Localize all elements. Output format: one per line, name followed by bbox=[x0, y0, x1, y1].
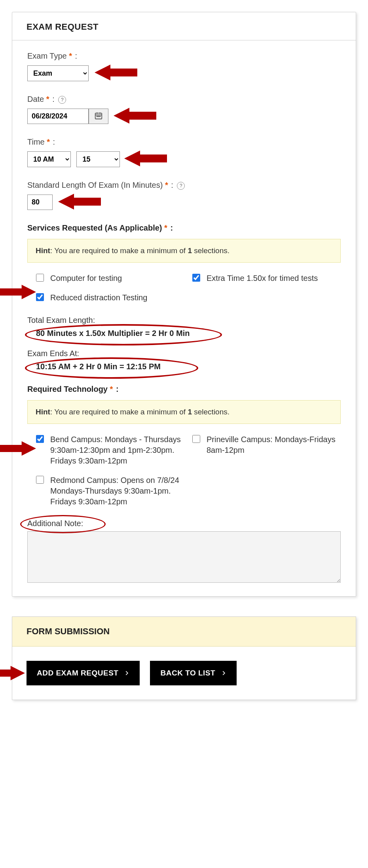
exam-type-select[interactable]: Exam bbox=[27, 65, 89, 81]
hint-text-a: : You are required to make a minimum of bbox=[50, 246, 188, 255]
note-label: Additional Note: bbox=[27, 519, 341, 528]
time-hour-select[interactable]: 10 AM bbox=[27, 151, 71, 167]
annotation-arrow-icon bbox=[58, 192, 102, 212]
chevron-right-icon bbox=[221, 670, 226, 676]
hint-text-c: selections. bbox=[192, 246, 230, 255]
tech-option: Prineville Campus: Mondays-Fridays 8am-1… bbox=[192, 434, 341, 466]
checkbox-label: Extra Time 1.50x for timed tests bbox=[207, 273, 318, 284]
length-label: Standard Length Of Exam (In Minutes) * :… bbox=[27, 181, 341, 190]
svg-point-6 bbox=[98, 116, 99, 116]
time-minute-select[interactable]: 15 bbox=[76, 151, 120, 167]
ends-at-label: Exam Ends At: bbox=[27, 349, 341, 358]
total-length-value: 80 Minutes x 1.50x Multiplier = 2 Hr 0 M… bbox=[36, 329, 341, 338]
label-text: Services Requested (As Applicable) bbox=[27, 223, 162, 232]
service-option: Extra Time 1.50x for timed tests bbox=[192, 273, 341, 284]
colon: : bbox=[114, 385, 118, 393]
hint-prefix: Hint bbox=[36, 246, 50, 255]
hint-prefix: Hint bbox=[36, 408, 50, 416]
svg-point-5 bbox=[97, 116, 97, 116]
services-hint: Hint: You are required to make a minimum… bbox=[27, 239, 341, 263]
svg-marker-13 bbox=[0, 666, 25, 680]
svg-marker-10 bbox=[58, 194, 101, 210]
annotation-arrow-icon bbox=[114, 106, 157, 126]
back-to-list-button[interactable]: BACK TO LIST bbox=[150, 661, 237, 685]
checkbox-label: Bend Campus: Mondays - Thursdays 9:30am-… bbox=[50, 434, 184, 466]
tech-option: Redmond Campus: Opens on 7/8/24 Mondays-… bbox=[36, 475, 184, 507]
hint-text-c: selections. bbox=[192, 408, 230, 416]
label-text: Standard Length Of Exam (In Minutes) bbox=[27, 181, 163, 189]
date-label: Date * : ? bbox=[27, 95, 341, 104]
time-label: Time * : bbox=[27, 137, 341, 147]
annotation-arrow-icon bbox=[0, 439, 36, 458]
required-asterisk: * bbox=[44, 95, 49, 103]
svg-point-7 bbox=[100, 116, 101, 116]
chevron-right-icon bbox=[124, 670, 129, 676]
button-label: BACK TO LIST bbox=[160, 669, 215, 677]
required-asterisk: * bbox=[162, 223, 167, 232]
annotation-arrow-icon bbox=[95, 63, 138, 82]
card-title: EXAM REQUEST bbox=[12, 12, 356, 40]
exam-request-card: EXAM REQUEST Exam Type * : Exam Date * : bbox=[12, 12, 356, 597]
svg-marker-8 bbox=[114, 108, 156, 124]
annotation-arrow-icon bbox=[0, 663, 25, 683]
annotation-arrow-icon bbox=[124, 149, 168, 168]
annotation-arrow-icon bbox=[0, 282, 36, 302]
date-input[interactable] bbox=[27, 109, 89, 124]
required-asterisk: * bbox=[108, 385, 113, 393]
checkbox-prineville-campus[interactable] bbox=[192, 435, 200, 443]
ends-at-value: 10:15 AM + 2 Hr 0 Min = 12:15 PM bbox=[36, 362, 341, 371]
service-option: Computer for testing bbox=[36, 273, 184, 284]
required-asterisk: * bbox=[45, 137, 50, 146]
checkbox-reduced-distraction[interactable] bbox=[36, 293, 44, 301]
form-submission-card: FORM SUBMISSION ADD EXAM REQUEST BACK TO… bbox=[12, 616, 356, 700]
hint-count: 1 bbox=[188, 246, 192, 255]
label-text: Exam Type bbox=[27, 52, 67, 60]
calendar-icon bbox=[94, 111, 103, 122]
label-text: Date bbox=[27, 95, 44, 103]
svg-marker-11 bbox=[0, 285, 36, 299]
exam-type-label: Exam Type * : bbox=[27, 52, 341, 61]
hint-count: 1 bbox=[188, 408, 192, 416]
length-input[interactable] bbox=[27, 195, 53, 210]
checkbox-label: Prineville Campus: Mondays-Fridays 8am-1… bbox=[207, 434, 341, 456]
colon: : bbox=[168, 223, 173, 232]
add-exam-request-button[interactable]: ADD EXAM REQUEST bbox=[27, 661, 140, 685]
button-label: ADD EXAM REQUEST bbox=[37, 669, 118, 677]
svg-marker-12 bbox=[0, 441, 36, 456]
label-text: Additional Note: bbox=[27, 519, 83, 528]
required-asterisk: * bbox=[163, 181, 168, 189]
checkbox-redmond-campus[interactable] bbox=[36, 476, 44, 484]
total-length-label: Total Exam Length: bbox=[27, 316, 341, 325]
required-asterisk: * bbox=[67, 52, 72, 60]
svg-marker-0 bbox=[95, 65, 137, 80]
colon: : bbox=[51, 137, 55, 146]
tech-hint: Hint: You are required to make a minimum… bbox=[27, 400, 341, 424]
tech-option: Bend Campus: Mondays - Thursdays 9:30am-… bbox=[36, 434, 184, 466]
help-icon[interactable]: ? bbox=[177, 182, 185, 190]
tech-label: Required Technology * : bbox=[27, 385, 341, 394]
colon: : bbox=[73, 52, 77, 60]
colon: : bbox=[50, 95, 55, 103]
checkbox-extra-time[interactable] bbox=[192, 274, 200, 282]
checkbox-label: Redmond Campus: Opens on 7/8/24 Mondays-… bbox=[50, 475, 184, 507]
label-text: Required Technology bbox=[27, 385, 108, 393]
submission-header: FORM SUBMISSION bbox=[12, 617, 356, 647]
label-text: Time bbox=[27, 137, 45, 146]
services-label: Services Requested (As Applicable) * : bbox=[27, 223, 341, 233]
checkbox-label: Computer for testing bbox=[50, 273, 122, 284]
checkbox-label: Reduced distraction Testing bbox=[50, 292, 147, 303]
checkbox-bend-campus[interactable] bbox=[36, 435, 44, 443]
checkbox-computer-testing[interactable] bbox=[36, 274, 44, 282]
colon: : bbox=[169, 181, 173, 189]
additional-note-textarea[interactable] bbox=[27, 531, 341, 583]
calendar-button[interactable] bbox=[89, 109, 108, 124]
hint-text-a: : You are required to make a minimum of bbox=[50, 408, 188, 416]
service-option: Reduced distraction Testing bbox=[36, 292, 184, 303]
help-icon[interactable]: ? bbox=[58, 96, 66, 104]
svg-marker-9 bbox=[124, 151, 167, 166]
